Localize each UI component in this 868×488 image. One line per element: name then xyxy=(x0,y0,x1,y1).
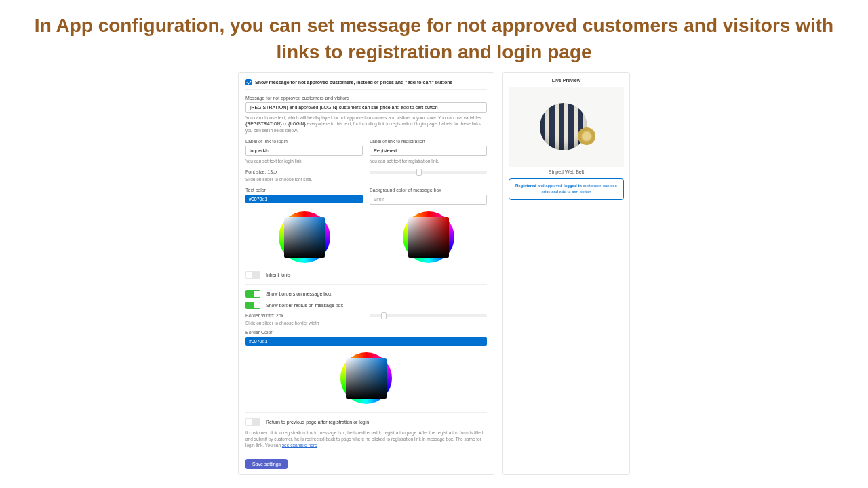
inherit-fonts-label: Inherit fonts xyxy=(266,272,291,277)
border-color-input[interactable] xyxy=(245,337,487,346)
text-color-label: Text color xyxy=(245,188,363,192)
login-link-input[interactable] xyxy=(245,146,363,156)
show-message-checkbox[interactable] xyxy=(245,79,252,85)
text-color-picker[interactable] xyxy=(279,211,330,263)
registration-link-label: Label of link to registration xyxy=(370,139,487,144)
bg-color-label: Background color of message box xyxy=(370,188,487,192)
registration-help: You can set text for registration link. xyxy=(370,158,487,164)
return-help: If customer click to registration link i… xyxy=(245,430,487,448)
bg-color-input[interactable] xyxy=(370,195,487,205)
border-width-help: Slide on slider to choose border width xyxy=(245,320,363,326)
preview-title: Live Preview xyxy=(509,78,624,83)
preview-login-link[interactable]: logged-in xyxy=(564,184,582,188)
show-message-label: Show message for not approved customers,… xyxy=(255,80,452,85)
border-color-label: Border Color: xyxy=(245,330,487,335)
app-container: Show message for not approved customers,… xyxy=(0,72,868,488)
border-width-slider[interactable] xyxy=(370,314,487,317)
show-radius-toggle[interactable] xyxy=(245,302,260,309)
border-width-label: Border Width: 2px xyxy=(245,313,363,318)
return-previous-label: Return to previous page after registrati… xyxy=(266,420,369,424)
product-name: Striped Web Belt xyxy=(509,169,624,174)
text-color-input[interactable] xyxy=(245,195,363,203)
font-size-label: Font size: 13px xyxy=(245,169,363,174)
font-size-thumb[interactable] xyxy=(416,169,422,176)
page-title: In App configuration, you can set messag… xyxy=(0,0,868,72)
border-color-picker[interactable] xyxy=(340,352,392,404)
login-help: You can set text for login link. xyxy=(245,158,363,164)
preview-panel: Live Preview Striped Web Belt Registered… xyxy=(502,72,630,475)
font-size-help: Slide on slider to choose font size. xyxy=(245,176,363,182)
message-input[interactable] xyxy=(245,102,487,113)
product-image xyxy=(509,87,624,167)
inherit-fonts-toggle[interactable] xyxy=(245,271,260,279)
see-example-link[interactable]: see example here xyxy=(282,443,317,447)
show-radius-label: Show border radius on message box xyxy=(266,303,343,308)
preview-registration-link[interactable]: Registered xyxy=(515,184,536,188)
registration-link-input[interactable] xyxy=(370,146,487,156)
preview-message-box: Registered and approved logged-in custom… xyxy=(509,178,624,200)
login-link-label: Label of link to login xyxy=(245,139,363,144)
message-label: Message for not approved customers and v… xyxy=(245,96,487,100)
font-size-slider[interactable] xyxy=(370,171,487,174)
show-borders-label: Show borders on message box xyxy=(266,291,332,296)
show-borders-toggle[interactable] xyxy=(245,290,260,298)
config-panel: Show message for not approved customers,… xyxy=(238,72,494,475)
return-previous-toggle[interactable] xyxy=(245,418,260,426)
save-settings-button[interactable]: Save settings xyxy=(245,459,288,469)
border-width-thumb[interactable] xyxy=(381,312,387,319)
message-help: You can choose text, which will be displ… xyxy=(245,115,487,133)
bg-color-picker[interactable] xyxy=(403,211,454,263)
show-message-row: Show message for not approved customers,… xyxy=(245,78,487,90)
